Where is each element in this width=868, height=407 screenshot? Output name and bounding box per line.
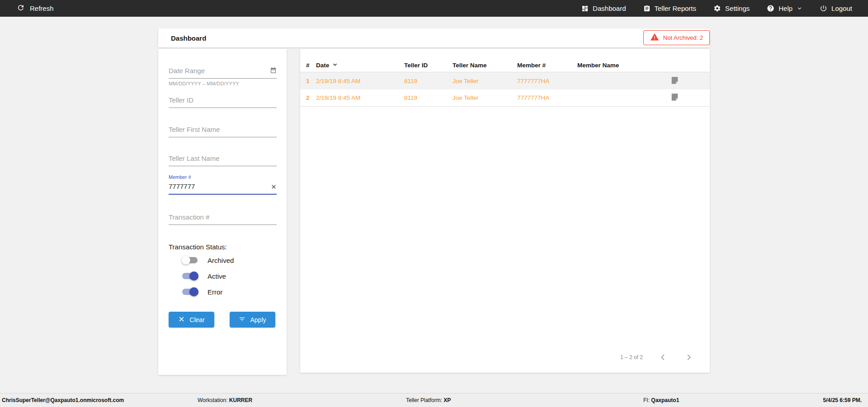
nav-item-teller-reports[interactable]: Teller Reports (643, 5, 697, 12)
date-range-field[interactable]: Date Range (169, 67, 277, 79)
date-range-format-hint: MM/DD/YYYY – MM/DD/YYYY (169, 81, 239, 86)
table-row[interactable]: 2 2/19/19 8:45 AM 8119 Joe Teller 777777… (300, 89, 710, 107)
nav-label: Help (778, 5, 793, 12)
col-header-num: # (306, 62, 316, 69)
row-member-number: 7777777HA (517, 78, 577, 84)
statusbar: ChrisSuperTeller@Qaxpauto1.onmicrosoft.c… (0, 393, 868, 407)
page: Dashboard Not Archived: 2 Date Range MM/… (0, 17, 868, 393)
results-table: # Date Teller ID Teller Name Member # Me… (300, 49, 710, 373)
filter-icon (239, 316, 245, 324)
help-icon (767, 5, 774, 12)
previous-page-button[interactable] (658, 352, 668, 362)
col-header-teller-name[interactable]: Teller Name (453, 62, 517, 69)
apply-button-label: Apply (250, 316, 266, 323)
topbar-nav: Dashboard Teller Reports Settings Help (581, 5, 852, 12)
table-row[interactable]: 1 2/19/19 8:45 AM 8119 Joe Teller 777777… (300, 72, 710, 89)
teller-last-name-field[interactable]: Teller Last Name (169, 154, 277, 166)
active-switch[interactable] (182, 273, 198, 279)
note-icon[interactable] (671, 93, 679, 103)
archived-switch[interactable] (182, 257, 198, 263)
toggle-error-label: Error (208, 288, 222, 296)
calendar-icon[interactable] (270, 67, 277, 75)
pagination: 1 – 2 of 2 (300, 348, 710, 366)
page-header: Dashboard Not Archived: 2 (158, 28, 710, 47)
sort-arrow-icon (332, 61, 338, 69)
nav-item-help[interactable]: Help (767, 5, 802, 12)
toggle-active-label: Active (208, 272, 226, 280)
teller-first-name-placeholder: Teller First Name (169, 126, 277, 136)
toggle-error[interactable]: Error (182, 287, 222, 296)
nav-item-settings[interactable]: Settings (713, 5, 750, 12)
teller-id-field[interactable]: Teller ID (169, 96, 277, 108)
power-icon (820, 5, 827, 12)
teller-first-name-field[interactable]: Teller First Name (169, 126, 277, 137)
filter-panel: Date Range MM/DD/YYYY – MM/DD/YYYY Telle… (158, 49, 287, 375)
refresh-button[interactable]: Refresh (17, 4, 54, 13)
next-page-button[interactable] (684, 352, 693, 362)
row-teller-id: 8119 (404, 78, 453, 84)
statusbar-fi: FI: Qaxpauto1 (643, 397, 679, 403)
transaction-number-field[interactable]: Transaction # (169, 213, 277, 225)
dashboard-grid-icon (581, 5, 589, 12)
row-teller-name: Joe Teller (453, 94, 517, 101)
col-header-teller-id[interactable]: Teller ID (404, 62, 453, 69)
nav-item-dashboard[interactable]: Dashboard (581, 5, 626, 12)
topbar: Refresh Dashboard Teller Reports Setting… (0, 0, 868, 17)
row-date: 2/19/19 8:45 AM (316, 78, 404, 84)
statusbar-platform: Teller Platform: XP (406, 397, 451, 403)
nav-label: Settings (725, 5, 750, 12)
refresh-label: Refresh (30, 5, 54, 12)
row-member-number: 7777777HA (517, 94, 577, 101)
toggle-archived[interactable]: Archived (182, 256, 234, 265)
pagination-range-label: 1 – 2 of 2 (620, 354, 643, 360)
table-header-row: # Date Teller ID Teller Name Member # Me… (300, 59, 710, 72)
member-number-label: Member # (169, 174, 277, 180)
member-number-value[interactable]: 7777777 (169, 182, 277, 190)
warning-triangle-icon (650, 33, 659, 43)
teller-id-placeholder: Teller ID (169, 96, 277, 107)
transaction-number-placeholder: Transaction # (169, 213, 277, 224)
statusbar-datetime: 5/4/25 6:59 PM. (823, 397, 862, 403)
statusbar-user: ChrisSuperTeller@Qaxpauto1.onmicrosoft.c… (2, 397, 124, 403)
clear-button-label: Clear (189, 316, 204, 323)
row-number: 1 (306, 78, 316, 84)
refresh-icon (17, 4, 25, 13)
error-switch[interactable] (182, 289, 198, 295)
row-date: 2/19/19 8:45 AM (316, 94, 404, 101)
row-number: 2 (306, 94, 316, 101)
clear-button[interactable]: Clear (169, 312, 214, 327)
not-archived-badge-label: Not Archived: 2 (663, 34, 703, 41)
transaction-status-label: Transaction Status: (169, 243, 227, 251)
gear-icon (713, 5, 721, 12)
statusbar-workstation: Workstation: KURRER (198, 397, 252, 403)
clear-member-icon[interactable] (271, 183, 277, 192)
page-title: Dashboard (171, 34, 206, 42)
chevron-down-icon (797, 5, 802, 11)
col-header-date[interactable]: Date (316, 61, 404, 69)
row-teller-id: 8119 (404, 94, 453, 101)
nav-label: Dashboard (593, 5, 626, 12)
col-header-member-number[interactable]: Member # (517, 62, 577, 69)
toggle-active[interactable]: Active (182, 271, 226, 281)
nav-label: Teller Reports (655, 5, 697, 12)
apply-button[interactable]: Apply (230, 312, 275, 327)
nav-label: Logout (831, 5, 852, 12)
clipboard-icon (643, 5, 651, 12)
teller-last-name-placeholder: Teller Last Name (169, 154, 277, 165)
member-number-field[interactable]: Member # 7777777 (169, 174, 277, 195)
not-archived-badge[interactable]: Not Archived: 2 (643, 30, 710, 45)
nav-item-logout[interactable]: Logout (820, 5, 852, 12)
col-header-member-name[interactable]: Member Name (577, 62, 671, 69)
date-range-placeholder: Date Range (169, 67, 277, 78)
content: Date Range MM/DD/YYYY – MM/DD/YYYY Telle… (158, 49, 710, 375)
note-icon[interactable] (671, 76, 679, 86)
toggle-archived-label: Archived (208, 257, 234, 264)
clear-x-icon (178, 316, 185, 324)
row-teller-name: Joe Teller (453, 78, 517, 84)
